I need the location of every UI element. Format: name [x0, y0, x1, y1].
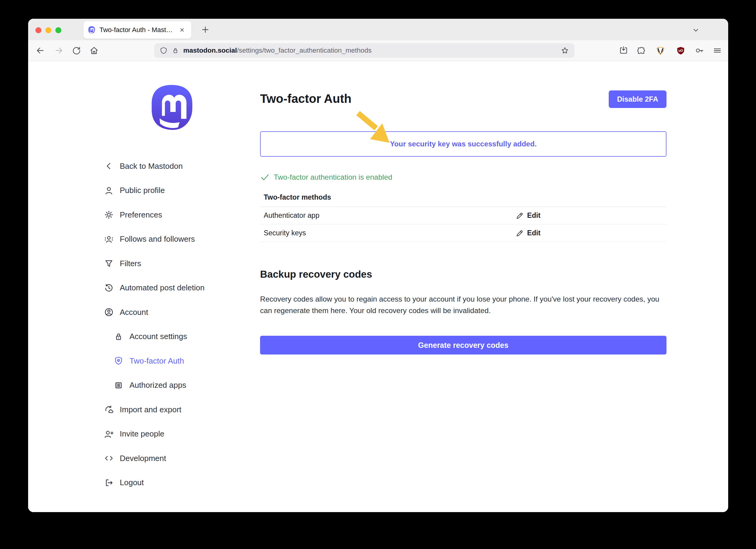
sidebar-item-development[interactable]: Development	[104, 452, 166, 465]
tab-title: Two-factor Auth - Mastodon	[99, 26, 173, 34]
sidebar-item-public-profile[interactable]: Public profile	[104, 184, 165, 197]
save-page-icon[interactable]	[617, 44, 631, 57]
sidebar-item-import-and-export[interactable]: Import and export	[104, 403, 181, 416]
disable-2fa-button[interactable]: Disable 2FA	[609, 90, 666, 108]
mastodon-logo	[147, 83, 196, 132]
menu-hamburger-icon[interactable]	[710, 44, 724, 57]
code-icon	[104, 453, 114, 463]
sidebar-item-invite-people[interactable]: Invite people	[104, 427, 164, 441]
sidebar-item-follows-and-followers[interactable]: Follows and followers	[104, 233, 195, 246]
extensions-puzzle-icon[interactable]	[634, 44, 648, 57]
account-circle-icon	[104, 307, 114, 317]
person-add-icon	[104, 429, 114, 439]
import-export-icon	[104, 404, 114, 415]
sidebar-item-logout[interactable]: Logout	[104, 476, 144, 489]
gear-icon	[104, 210, 114, 220]
minimize-window-button[interactable]	[45, 27, 51, 33]
chevron-left-icon	[104, 161, 114, 171]
shield-clock-icon	[113, 356, 124, 366]
sidebar-item-preferences[interactable]: Preferences	[104, 208, 162, 221]
sidebar-item-automated-post-deletion[interactable]: Automated post deletion	[104, 281, 204, 295]
reload-button[interactable]	[70, 44, 83, 57]
url-bar[interactable]: mastodon.social/settings/two_factor_auth…	[154, 43, 575, 58]
address-text: mastodon.social/settings/two_factor_auth…	[183, 47, 372, 54]
back-button[interactable]	[33, 44, 47, 57]
person-icon	[104, 185, 114, 196]
tab-list-chevron-icon[interactable]	[690, 24, 702, 36]
generate-recovery-codes-button[interactable]: Generate recovery codes	[260, 336, 666, 355]
mastodon-favicon	[88, 26, 96, 34]
sidebar-item-account-settings[interactable]: Account settings	[113, 330, 187, 343]
backup-recovery-title: Backup recovery codes	[260, 269, 372, 280]
new-tab-button[interactable]	[199, 24, 211, 36]
backup-recovery-description: Recovery codes allow you to regain acces…	[260, 293, 661, 316]
lock-icon[interactable]	[172, 47, 179, 54]
notice-text: Your security key was successfully added…	[390, 140, 536, 148]
browser-toolbar: mastodon.social/settings/two_factor_auth…	[28, 40, 728, 61]
2fa-status: Two-factor authentication is enabled	[260, 171, 392, 183]
people-icon	[104, 234, 114, 244]
svg-text:uO: uO	[678, 49, 683, 52]
sidebar-item-authorized-apps[interactable]: Authorized apps	[113, 379, 186, 392]
pencil-icon	[516, 229, 523, 237]
status-text: Two-factor authentication is enabled	[274, 173, 392, 181]
tab-close-icon[interactable]	[177, 25, 187, 35]
home-button[interactable]	[87, 44, 101, 57]
funnel-icon	[104, 258, 114, 269]
methods-header: Two-factor methods	[260, 188, 666, 207]
method-row-security-keys: Security keys Edit	[260, 224, 666, 242]
list-icon	[113, 380, 124, 391]
forward-button[interactable]	[52, 44, 66, 57]
sidebar-item-filters[interactable]: Filters	[104, 257, 141, 270]
tracking-shield-icon[interactable]	[160, 47, 168, 54]
zoom-window-button[interactable]	[55, 27, 61, 33]
browser-window: Two-factor Auth - Mastodon	[28, 19, 728, 512]
ublock-origin-icon[interactable]: uO	[674, 44, 688, 57]
bookmark-star-icon[interactable]	[561, 46, 569, 55]
success-notice: Your security key was successfully added…	[260, 131, 666, 157]
method-row-authenticator-app: Authenticator app Edit	[260, 207, 666, 224]
tab-strip: Two-factor Auth - Mastodon	[28, 19, 728, 40]
pencil-icon	[516, 212, 523, 220]
page-title: Two-factor Auth	[260, 92, 351, 106]
check-icon	[260, 173, 269, 182]
edit-link[interactable]: Edit	[516, 229, 540, 237]
password-key-icon[interactable]	[692, 44, 706, 57]
history-icon	[104, 283, 114, 293]
browser-tab[interactable]: Two-factor Auth - Mastodon	[83, 21, 191, 39]
two-factor-methods-table: Two-factor methods Authenticator app Edi…	[260, 188, 666, 242]
edit-link[interactable]: Edit	[516, 211, 540, 220]
logout-icon	[104, 478, 114, 488]
privacy-badger-icon[interactable]	[653, 44, 667, 57]
sidebar-item-account[interactable]: Account	[104, 306, 148, 319]
sidebar-item-two-factor-auth[interactable]: Two-factor Auth	[113, 354, 184, 368]
sidebar-item-back-to-mastodon[interactable]: Back to Mastodon	[104, 159, 183, 173]
close-window-button[interactable]	[35, 27, 41, 33]
lock-icon	[113, 332, 124, 342]
